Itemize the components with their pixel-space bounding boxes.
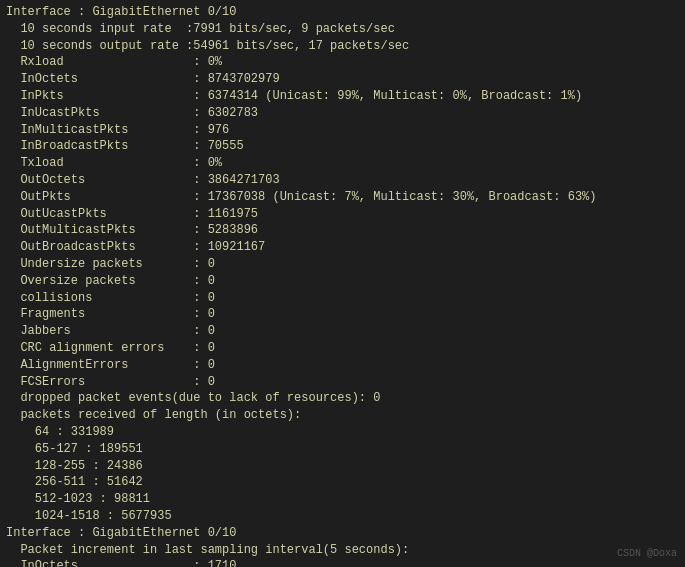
terminal-line: OutPkts : 17367038 (Unicast: 7%, Multica… bbox=[6, 189, 679, 206]
terminal-line: Rxload : 0% bbox=[6, 54, 679, 71]
terminal-line: OutBroadcastPkts : 10921167 bbox=[6, 239, 679, 256]
terminal-line: InOctets : 8743702979 bbox=[6, 71, 679, 88]
terminal-line: Packet increment in last sampling interv… bbox=[6, 542, 679, 559]
terminal-line: OutUcastPkts : 1161975 bbox=[6, 206, 679, 223]
watermark-text: CSDN @Doxa bbox=[617, 547, 677, 561]
terminal-line: 128-255 : 24386 bbox=[6, 458, 679, 475]
terminal-line: Undersize packets : 0 bbox=[6, 256, 679, 273]
terminal-output: Interface : GigabitEthernet 0/10 10 seco… bbox=[6, 4, 679, 567]
terminal-line: 10 seconds output rate :54961 bits/sec, … bbox=[6, 38, 679, 55]
terminal-line: 512-1023 : 98811 bbox=[6, 491, 679, 508]
terminal-line: InMulticastPkts : 976 bbox=[6, 122, 679, 139]
terminal-line: 65-127 : 189551 bbox=[6, 441, 679, 458]
terminal-line: Interface : GigabitEthernet 0/10 bbox=[6, 525, 679, 542]
terminal-line: InPkts : 6374314 (Unicast: 99%, Multicas… bbox=[6, 88, 679, 105]
terminal-line: CRC alignment errors : 0 bbox=[6, 340, 679, 357]
terminal-line: dropped packet events(due to lack of res… bbox=[6, 390, 679, 407]
terminal-line: 10 seconds input rate :7991 bits/sec, 9 … bbox=[6, 21, 679, 38]
terminal-line: OutMulticastPkts : 5283896 bbox=[6, 222, 679, 239]
terminal-line: InUcastPkts : 6302783 bbox=[6, 105, 679, 122]
terminal-line: 256-511 : 51642 bbox=[6, 474, 679, 491]
terminal-line: OutOctets : 3864271703 bbox=[6, 172, 679, 189]
terminal-line: Jabbers : 0 bbox=[6, 323, 679, 340]
terminal-line: 1024-1518 : 5677935 bbox=[6, 508, 679, 525]
terminal-line: Oversize packets : 0 bbox=[6, 273, 679, 290]
terminal-line: 64 : 331989 bbox=[6, 424, 679, 441]
terminal-line: Txload : 0% bbox=[6, 155, 679, 172]
terminal-line: InBroadcastPkts : 70555 bbox=[6, 138, 679, 155]
terminal-line: InOctets : 1710 bbox=[6, 558, 679, 567]
terminal-line: packets received of length (in octets): bbox=[6, 407, 679, 424]
terminal-line: Interface : GigabitEthernet 0/10 bbox=[6, 4, 679, 21]
terminal-line: Fragments : 0 bbox=[6, 306, 679, 323]
terminal-line: FCSErrors : 0 bbox=[6, 374, 679, 391]
terminal-line: collisions : 0 bbox=[6, 290, 679, 307]
terminal-line: AlignmentErrors : 0 bbox=[6, 357, 679, 374]
